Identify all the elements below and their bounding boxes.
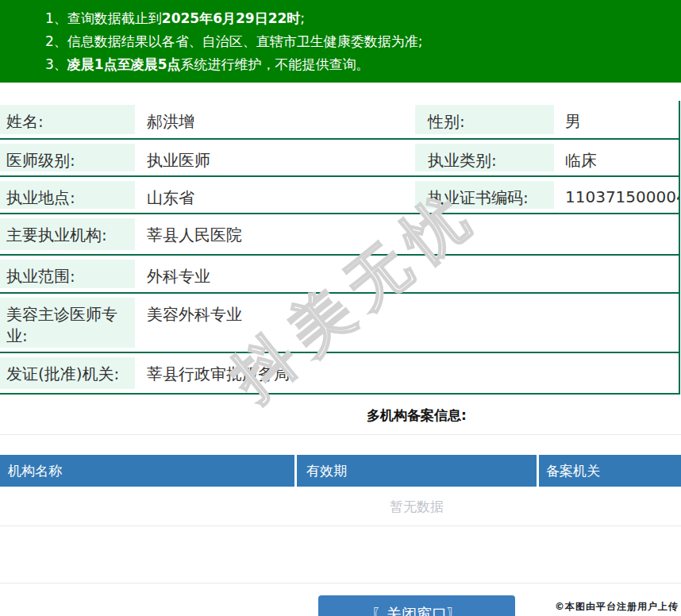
notice-line-1: 1、查询数据截止到2025年6月29日22时; [45,7,673,30]
field-value-main-institution: 莘县人民医院 [135,214,679,254]
close-window-button[interactable]: 〖关闭窗口〗 [318,595,515,616]
field-value-certificate-no: 110371500004232 [554,177,679,213]
field-label-practice-place: 执业地点: [0,181,135,209]
field-label-practice-scope: 执业范围: [0,260,135,288]
field-label-certificate-no: 执业证书编码: [415,181,554,209]
column-header-filing-authority: 备案机关 [539,455,681,487]
field-value-practice-place: 山东省 [135,177,415,213]
field-value-practice-scope: 外科专业 [135,256,679,292]
field-label-name: 姓名: [0,105,135,134]
field-label-practice-class: 执业类别: [415,144,554,171]
notice-line-3: 3、凌晨1点至凌晨5点系统进行维护，不能提供查询。 [45,53,673,76]
copyright-stamp: ©本图由平台注册用户上传 [555,600,679,614]
notice-text: ; [300,10,305,26]
table-row: 执业地点: 山东省 执业证书编码: 110371500004232 [0,177,679,214]
field-label-main-institution: 主要执业机构: [0,218,135,250]
table-row: 发证(批准)机关: 莘县行政审批服务局 [0,353,679,395]
notice-line-number: 2、 [45,33,67,49]
field-label-cosmetic-specialty: 美容主诊医师专业: [0,298,135,348]
field-label-gender: 性别: [415,105,554,134]
field-value-practice-class: 临床 [554,140,679,175]
field-value-cosmetic-specialty: 美容外科专业 [135,294,679,352]
field-label-issuing-authority: 发证(批准)机关: [0,357,135,389]
column-header-institution: 机构名称 [0,455,294,487]
divider [0,526,681,526]
notice-text-bold: 2025年6月29日22时 [162,10,300,26]
field-value-issuing-authority: 莘县行政审批服务局 [135,353,679,393]
notice-line-2: 2、信息数据结果以各省、自治区、直辖市卫生健康委数据为准; [45,30,673,53]
notice-text: 查询数据截止到 [67,10,162,26]
column-header-validity: 有效期 [297,455,537,487]
practitioner-info-table: 姓名: 郝洪增 性别: 男 医师级别: 执业医师 执业类别: 临床 执业地点: … [0,101,680,395]
table-row: 主要执业机构: 莘县人民医院 [0,214,679,256]
field-label-doctor-level: 医师级别: [0,144,135,171]
notice-line-number: 1、 [45,10,67,26]
field-value-gender: 男 [554,101,679,138]
notice-text: 信息数据结果以各省、自治区、直辖市卫生健康委数据为准; [67,33,423,49]
multi-org-table-header: 机构名称 有效期 备案机关 [0,455,681,487]
multi-org-section-title: 多机构备案信息: [0,406,681,425]
table-row: 美容主诊医师专业: 美容外科专业 [0,294,679,353]
empty-data-placeholder: 暂无数据 [0,487,681,519]
notice-text: 系统进行维护，不能提供查询。 [181,56,370,72]
field-value-name: 郝洪增 [135,101,415,138]
notice-text-bold: 凌晨1点至凌晨5点 [67,56,181,72]
table-row: 医师级别: 执业医师 执业类别: 临床 [0,140,679,177]
divider [0,583,681,583]
divider [0,434,681,435]
field-value-doctor-level: 执业医师 [135,140,415,175]
notice-line-number: 3、 [45,56,67,72]
table-row: 执业范围: 外科专业 [0,256,679,294]
table-row: 姓名: 郝洪增 性别: 男 [0,101,679,140]
notice-banner: 1、查询数据截止到2025年6月29日22时; 2、信息数据结果以各省、自治区、… [0,0,681,83]
